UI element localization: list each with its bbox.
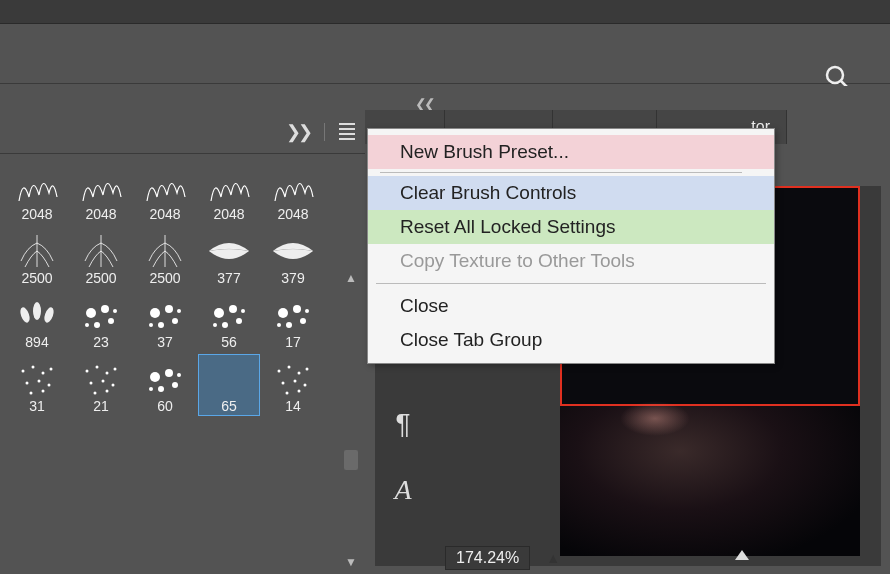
svg-point-53 — [213, 363, 245, 395]
brush-size-label: 2048 — [21, 207, 52, 223]
menu-item[interactable]: Reset All Locked Settings — [368, 210, 774, 244]
brush-preset[interactable]: 2500 — [6, 226, 68, 288]
zoom-slider-handle[interactable] — [735, 550, 749, 562]
nav-preview-icon[interactable]: ▲ — [546, 550, 560, 566]
brush-thumb — [141, 167, 189, 207]
svg-point-58 — [282, 382, 285, 385]
brush-thumb — [77, 231, 125, 271]
svg-point-39 — [96, 366, 99, 369]
svg-point-5 — [86, 308, 96, 318]
panel-menu-icon[interactable] — [339, 123, 355, 140]
brush-thumb — [77, 359, 125, 399]
svg-point-15 — [149, 323, 153, 327]
brush-preset[interactable]: 31 — [6, 354, 68, 416]
svg-point-51 — [149, 387, 153, 391]
svg-point-48 — [165, 369, 173, 377]
svg-point-22 — [241, 309, 245, 313]
svg-point-32 — [50, 368, 53, 371]
svg-point-54 — [278, 370, 281, 373]
svg-point-8 — [94, 322, 100, 328]
brush-preset[interactable]: 2048 — [6, 162, 68, 224]
paragraph-panel-icon[interactable]: ¶ — [385, 406, 421, 442]
brush-grid: 2048204820482048204825002500250037737989… — [0, 154, 365, 426]
brush-preset[interactable]: 56 — [198, 290, 260, 352]
svg-point-52 — [177, 373, 181, 377]
brush-scrollbar: ▲ ▼ — [343, 270, 359, 570]
brush-preset[interactable]: 2500 — [134, 226, 196, 288]
brush-size-label: 2500 — [149, 271, 180, 287]
brush-preset[interactable]: 65 — [198, 354, 260, 416]
brush-preset[interactable]: 21 — [70, 354, 132, 416]
brush-thumb — [141, 359, 189, 399]
brush-preset[interactable]: 894 — [6, 290, 68, 352]
brush-size-label: 894 — [25, 335, 48, 351]
brush-preset[interactable]: 377 — [198, 226, 260, 288]
svg-point-55 — [288, 366, 291, 369]
expand-chevrons-icon[interactable]: ❯❯ — [286, 121, 310, 143]
brush-preset[interactable]: 37 — [134, 290, 196, 352]
svg-point-50 — [158, 386, 164, 392]
brush-size-label: 2048 — [149, 207, 180, 223]
svg-point-25 — [300, 318, 306, 324]
scroll-thumb[interactable] — [344, 450, 358, 470]
menu-separator — [380, 172, 742, 173]
svg-point-17 — [214, 308, 224, 318]
brush-thumb — [269, 295, 317, 335]
options-bar — [0, 24, 890, 84]
brush-thumb — [205, 167, 253, 207]
scroll-down-icon[interactable]: ▼ — [343, 554, 359, 570]
scroll-up-icon[interactable]: ▲ — [343, 270, 359, 286]
brush-preset[interactable]: 2500 — [70, 226, 132, 288]
brush-thumb — [205, 295, 253, 335]
svg-point-0 — [827, 67, 843, 83]
brush-preset[interactable]: 2048 — [262, 162, 324, 224]
svg-point-56 — [298, 372, 301, 375]
brush-preset[interactable]: 2048 — [70, 162, 132, 224]
brush-size-label: 37 — [157, 335, 173, 351]
brush-preset[interactable]: 23 — [70, 290, 132, 352]
brush-size-label: 31 — [29, 399, 45, 415]
brush-thumb — [13, 231, 61, 271]
menu-separator — [376, 283, 766, 284]
zoom-level[interactable]: 174.24% — [445, 546, 530, 570]
brush-size-label: 14 — [285, 399, 301, 415]
menu-item[interactable]: Close Tab Group — [368, 323, 774, 357]
svg-point-36 — [30, 392, 33, 395]
brush-size-label: 17 — [285, 335, 301, 351]
brush-size-label: 2500 — [85, 271, 116, 287]
brush-thumb — [205, 359, 253, 399]
svg-point-3 — [33, 302, 41, 320]
brush-preset[interactable]: 17 — [262, 290, 324, 352]
brush-thumb — [205, 231, 253, 271]
svg-point-37 — [42, 390, 45, 393]
brush-size-label: 2500 — [21, 271, 52, 287]
brush-thumb — [13, 359, 61, 399]
app-menubar — [0, 0, 890, 24]
menu-item[interactable]: New Brush Preset... — [368, 135, 774, 169]
svg-point-12 — [165, 305, 173, 313]
brush-thumb — [269, 167, 317, 207]
menu-item[interactable]: Clear Brush Controls — [368, 176, 774, 210]
svg-point-30 — [32, 366, 35, 369]
brush-preset[interactable]: 14 — [262, 354, 324, 416]
brush-size-label: 21 — [93, 399, 109, 415]
brush-size-label: 379 — [281, 271, 304, 287]
image-content — [560, 406, 860, 556]
svg-point-42 — [90, 382, 93, 385]
svg-point-19 — [236, 318, 242, 324]
brush-preset[interactable]: 2048 — [198, 162, 260, 224]
zoom-slider[interactable] — [576, 556, 860, 560]
svg-point-57 — [306, 368, 309, 371]
svg-point-33 — [26, 382, 29, 385]
brush-preset[interactable]: 60 — [134, 354, 196, 416]
svg-point-40 — [106, 372, 109, 375]
menu-item[interactable]: Close — [368, 289, 774, 323]
brush-preset[interactable]: 2048 — [134, 162, 196, 224]
character-panel-icon[interactable]: A — [385, 472, 421, 508]
svg-point-7 — [108, 318, 114, 324]
svg-point-34 — [38, 380, 41, 383]
image-highlight — [620, 401, 690, 436]
brush-preset[interactable]: 379 — [262, 226, 324, 288]
svg-point-26 — [286, 322, 292, 328]
brush-size-label: 2048 — [213, 207, 244, 223]
